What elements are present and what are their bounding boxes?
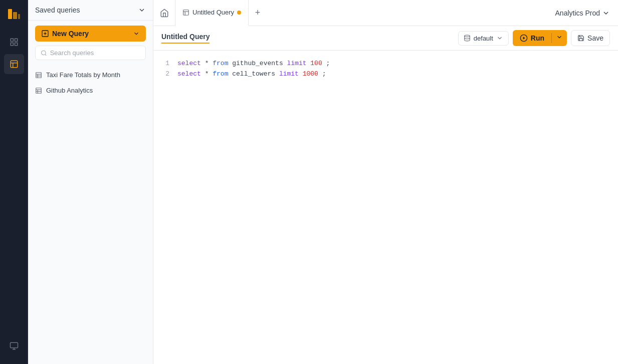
- table-icon: [35, 87, 42, 94]
- svg-point-16: [42, 51, 46, 55]
- home-icon: [160, 9, 169, 18]
- add-tab-button[interactable]: +: [249, 4, 267, 22]
- schema-selector[interactable]: default: [458, 31, 509, 46]
- workspace-selector[interactable]: Analytics Prod: [547, 9, 618, 17]
- new-query-button[interactable]: New Query: [35, 26, 146, 42]
- table-icon: [35, 72, 42, 79]
- queries-panel: Saved queries New Query: [28, 0, 153, 364]
- kw-select: select: [177, 70, 201, 78]
- tab-unsaved-dot: [237, 11, 241, 15]
- kw-semicolon: ;: [326, 60, 330, 67]
- kw-semicolon: ;: [322, 70, 326, 78]
- home-button[interactable]: [153, 0, 175, 26]
- code-content-2: select * from cell_towers limit 1000 ;: [177, 69, 326, 80]
- line-number-2: 2: [161, 69, 169, 80]
- run-caret-button[interactable]: [552, 30, 567, 46]
- tab-label: Untitled Query: [192, 9, 234, 16]
- kw-table: cell_towers: [232, 70, 279, 78]
- code-editor[interactable]: 1 select * from github_events limit 100 …: [153, 51, 618, 364]
- svg-rect-1: [13, 12, 17, 19]
- schema-chevron-icon: [496, 35, 503, 42]
- list-item[interactable]: Github Analytics: [28, 83, 153, 98]
- search-icon: [41, 50, 47, 57]
- svg-line-17: [45, 54, 46, 55]
- svg-rect-0: [8, 9, 12, 19]
- saved-queries-dropdown[interactable]: Saved queries: [35, 6, 146, 14]
- nav-settings[interactable]: [4, 336, 24, 356]
- new-query-btn-left: New Query: [41, 30, 89, 38]
- run-icon: [520, 34, 528, 42]
- query-title[interactable]: Untitled Query: [161, 33, 210, 44]
- kw-from: from: [213, 60, 228, 67]
- toolbar-right: default Run: [458, 30, 610, 46]
- schema-icon: [464, 35, 471, 42]
- svg-rect-10: [10, 342, 18, 348]
- workspace-label: Analytics Prod: [555, 9, 600, 17]
- workspace-chevron-icon: [602, 9, 610, 17]
- run-caret-icon: [556, 34, 563, 41]
- icon-sidebar: [0, 0, 28, 364]
- svg-rect-6: [15, 43, 17, 46]
- nav-dashboard[interactable]: [4, 32, 24, 52]
- editor-toolbar: Untitled Query default: [153, 26, 618, 51]
- logo-icon: [7, 7, 21, 21]
- kw-star: *: [205, 60, 213, 67]
- query-tab-icon: [182, 9, 189, 16]
- save-icon: [577, 35, 584, 42]
- svg-rect-26: [183, 10, 189, 15]
- kw-number: 100: [310, 60, 322, 67]
- code-content-1: select * from github_events limit 100 ;: [177, 59, 330, 69]
- svg-marker-31: [523, 37, 525, 39]
- top-bar: Untitled Query + Analytics Prod: [153, 0, 618, 26]
- save-label: Save: [587, 34, 603, 42]
- line-number-1: 1: [161, 59, 169, 69]
- nav-queries[interactable]: [4, 54, 24, 74]
- search-input-wrap: [35, 46, 146, 60]
- query-item-label: Github Analytics: [46, 87, 93, 94]
- kw-table: github_events: [232, 60, 287, 67]
- kw-select: select: [177, 60, 201, 67]
- new-query-label: New Query: [52, 30, 89, 38]
- kw-limit: limit: [287, 60, 306, 67]
- kw-from: from: [213, 70, 228, 78]
- schema-label: default: [474, 35, 493, 42]
- kw-number: 1000: [303, 70, 318, 78]
- query-item-label: Taxi Fare Totals by Month: [46, 71, 120, 79]
- run-label: Run: [531, 34, 544, 42]
- sidebar-bottom: [4, 336, 24, 358]
- svg-point-29: [465, 35, 470, 37]
- code-line-1: 1 select * from github_events limit 100 …: [161, 59, 610, 69]
- queries-header: Saved queries: [28, 0, 153, 21]
- new-query-caret-icon: [133, 30, 140, 37]
- svg-rect-7: [11, 61, 18, 68]
- svg-rect-2: [18, 14, 20, 19]
- tab-untitled-query[interactable]: Untitled Query: [175, 0, 249, 26]
- svg-rect-22: [36, 88, 42, 93]
- run-button-group: Run: [513, 30, 567, 46]
- svg-rect-4: [15, 39, 17, 41]
- main-content: Untitled Query + Analytics Prod Untitled…: [153, 0, 618, 364]
- search-input[interactable]: [50, 49, 140, 57]
- search-container: [28, 46, 153, 65]
- query-list: Taxi Fare Totals by Month Github Analyti…: [28, 65, 153, 100]
- svg-rect-5: [11, 43, 13, 46]
- saved-queries-label: Saved queries: [35, 6, 80, 14]
- run-button[interactable]: Run: [513, 31, 551, 46]
- kw-star: *: [205, 70, 213, 78]
- svg-rect-3: [11, 39, 13, 41]
- chevron-down-icon: [138, 6, 146, 14]
- list-item[interactable]: Taxi Fare Totals by Month: [28, 67, 153, 83]
- svg-rect-18: [36, 72, 42, 78]
- plus-square-icon: [41, 30, 49, 38]
- tabs-area: Untitled Query +: [175, 0, 547, 26]
- code-line-2: 2 select * from cell_towers limit 1000 ;: [161, 69, 610, 80]
- kw-limit: limit: [279, 70, 299, 78]
- save-button[interactable]: Save: [571, 30, 610, 46]
- app-logo: [6, 6, 22, 22]
